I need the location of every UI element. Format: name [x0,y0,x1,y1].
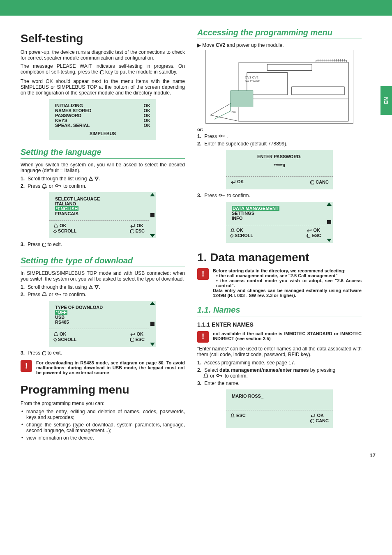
download-warning: ! For downloading in RS485 mode, see dia… [21,360,185,375]
en-s2d: or [210,373,216,379]
access-step-a: Move [202,42,216,48]
heading-setting-language: Setting the language [21,147,185,159]
c-key-icon: C [310,179,314,186]
heading-enter-names: 1.1.1 ENTER NAMES [197,321,362,328]
names-warning: ! not available if the call mode is IMMO… [197,331,362,343]
top-colored-bar [0,0,392,16]
heading-type-download: Setting the type of download [21,256,185,267]
bell-icon [42,183,47,189]
warning-icon: ! [21,360,32,372]
self-footer: SIMPLEBUS [55,131,150,136]
updown-arrows-icon [88,284,99,290]
left-column: Self-testing On power-up, the device run… [21,24,185,442]
warn-b2: the access control mode you wish to adop… [216,278,362,288]
dl-step3: 3. Press C to exit. [21,350,185,357]
svg-point-3 [55,293,58,295]
warn-c: Data entry and changes can be managed ex… [213,288,362,298]
dl-step3-b: to exit. [48,350,62,356]
heading-names: 1.1. Names [197,305,362,316]
scrollbar-thumb [327,220,331,224]
lang-step1-a: Scroll through the list using [28,176,88,182]
or-label: or: [197,127,362,132]
lang-step2-a: Press [28,183,42,189]
self-row-2-r: OK [144,113,151,118]
en-step2: 2. Select data management/names/enter na… [197,367,362,379]
menu-r1: OK [314,228,321,233]
en-s2e: to confirm. [225,373,248,379]
download-warning-text: For downloading in RS485 mode, see diagr… [36,360,185,375]
pw-title: ENTER PASSWORD: [232,154,327,159]
menu-item-0: DATA MANAGEMENT [232,206,279,211]
lang-item-1: *ENGLISH [55,206,78,211]
svg-text:CV1 CV2: CV1 CV2 [245,76,258,79]
self-row-3-r: OK [144,118,151,123]
heading-accessing: Accessing the programming menu [197,28,362,39]
access-step-triangle: ▶ Move CV2 and power up the module. [197,42,362,48]
lang-footer-r1: OK [137,223,144,228]
triangle-up-icon [150,193,155,196]
triangle-down-icon [150,234,155,237]
key-icon [55,183,62,189]
c-key-icon: C [129,336,134,343]
warn-b1: the call management mode, see "2.5 Call … [219,273,338,278]
access-step-b: and power up the module. [227,42,284,48]
triangle-right-icon: ▶ [197,42,201,48]
svg-point-16 [217,375,219,377]
names-warning-text: not available if the call mode is IMMOTE… [213,331,362,341]
pw-right: CANC [316,180,329,184]
scroll-indicator [325,202,333,243]
svg-text:NC: NC [231,110,236,114]
access-s1: 1. Press . [197,134,362,139]
access-s3-a: Press [204,193,218,198]
bell-icon [53,223,58,228]
warn-a: Before storing data in the directory, we… [213,268,362,273]
enter-icon [129,332,135,336]
en-s2a: Select [204,367,219,373]
dl-step1: 1. Scroll through the list using . [21,284,185,290]
key-icon [216,373,223,379]
enter-icon [129,223,135,228]
en-step1: 1. Access programming mode, see page 17. [197,360,362,366]
svg-point-10 [219,135,221,137]
name-value: MARIO ROSS_ [232,394,327,398]
menu-item-2: INFO [232,216,320,221]
prog-intro: From the programming menu you can: [21,401,185,406]
lang-step3-b: to exit. [48,242,62,247]
menu-l1: OK [236,228,243,233]
name-footer-r2: CANC [316,418,329,423]
lang-step3: 3. Press C to exit. [21,242,185,249]
access-s2-text: Enter the supercode (default 778899). [204,141,287,147]
language-tab: EN [380,86,392,115]
bell-icon [230,413,235,418]
triangle-down-icon [327,239,332,242]
name-footer-left: ESC [236,413,246,418]
dl-step2-b: or [49,292,55,297]
self-row-1-l: NAMES STORED [55,108,91,113]
lang-step2-c: to confirm. [63,183,86,189]
lang-item-2: FRANCAIS [55,211,143,216]
lang-step2: 2. Press or to confirm. [21,183,185,189]
enter-names-p: "Enter names" can be used to enter names… [197,346,362,357]
key-icon [55,292,62,297]
scrollbar-thumb [150,322,154,326]
enter-icon [230,179,236,184]
dl-step3-a: Press [28,350,42,356]
en-step3-text: Enter the name. [204,380,239,386]
self-testing-p2: The message PLEASE WAIT indicates self-t… [21,63,185,76]
self-row-1-r: OK [144,108,151,113]
dl-p: In SIMPLEBUS/SIMPLEBUS TOP mode and with… [21,270,185,282]
self-testing-p1: On power-up, the device runs a diagnosti… [21,49,185,61]
prog-item-0: manage the entry, editing and deletion o… [26,409,185,420]
c-key-icon: C [99,69,104,76]
data-warning: ! Before storing data in the directory, … [197,268,362,298]
bell-icon [53,332,58,337]
screen-main-menu: DATA MANAGEMENT SETTINGS INFO OK ◇ SCROL… [226,202,333,243]
screen-language: SELECT LANGUAGE ITALIANO *ENGLISH FRANCA… [49,192,156,238]
screen-password: ENTER PASSWORD: *****9 OK C CANC [226,150,333,189]
page-number: 17 [0,451,392,467]
dl-footer-l2: SCROLL [58,337,76,342]
access-s1-a: Press [204,134,218,139]
key-icon [218,193,226,198]
access-s2: 2. Enter the supercode (default 778899). [197,141,362,147]
right-column: Accessing the programming menu ▶ Move CV… [197,24,362,442]
